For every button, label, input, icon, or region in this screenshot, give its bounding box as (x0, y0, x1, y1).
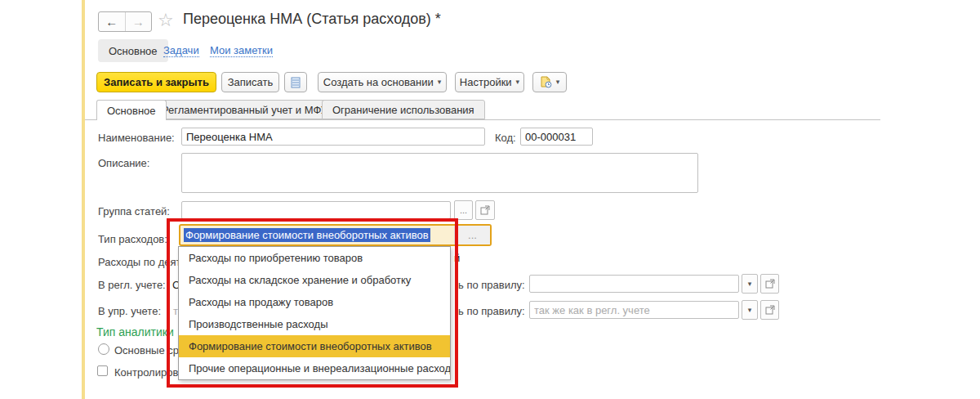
tab-main[interactable]: Основное (96, 100, 167, 120)
code-input[interactable] (520, 128, 593, 146)
link-my-notes[interactable]: Мои заметки (210, 44, 273, 57)
chevron-down-icon: ▾ (516, 78, 520, 86)
open-link-icon (765, 279, 775, 289)
save-button[interactable]: Записать (221, 72, 279, 92)
nav-pill-main[interactable]: Основное (98, 39, 168, 62)
rule-2-open-button[interactable] (760, 300, 779, 320)
forward-button[interactable]: → (126, 12, 152, 31)
chevron-down-icon: ▾ (748, 280, 752, 288)
file-clock-icon (540, 76, 552, 88)
group-input[interactable] (181, 201, 451, 219)
history-nav-group: ← → (98, 11, 152, 32)
control-checkbox[interactable] (97, 365, 108, 376)
description-textarea[interactable] (181, 153, 698, 193)
name-input[interactable] (181, 128, 485, 146)
rule-label-2: ь по правилу: (458, 305, 525, 317)
rule-label-1: ь по правилу: (458, 279, 525, 291)
dropdown-item[interactable]: Прочие операционные и внереализационные … (179, 357, 450, 379)
open-link-icon (480, 205, 490, 215)
list-structure-icon (291, 77, 301, 88)
expense-type-combobox[interactable]: Формирование стоимости внеоборотных акти… (179, 224, 492, 246)
tab-usage-restriction[interactable]: Ограничение использования (322, 100, 485, 119)
expense-type-dropdown-list: Расходы по приобретению товаровРасходы н… (178, 246, 451, 380)
create-based-on-label: Создать на основании (323, 76, 434, 88)
link-tasks[interactable]: Задачи (163, 44, 199, 57)
analytics-type-title: Тип аналитики (96, 325, 174, 338)
back-button[interactable]: ← (99, 12, 126, 31)
create-based-on-button[interactable]: Создать на основании ▾ (318, 72, 447, 92)
chevron-down-icon: ▾ (438, 78, 442, 86)
group-label: Группа статей: (98, 205, 170, 217)
chevron-down-icon: ▾ (556, 78, 560, 86)
app-window: ← → ☆ Переоценка НМА (Статья расходов) *… (0, 0, 980, 399)
structure-button[interactable] (284, 72, 307, 92)
dropdown-item[interactable]: Производственные расходы (179, 313, 450, 335)
dropdown-item[interactable]: Расходы по приобретению товаров (179, 247, 450, 269)
expense-type-ellipsis-button[interactable]: ... (454, 226, 490, 244)
description-label: Описание: (98, 157, 149, 169)
control-checkbox-label: Контролирова (114, 366, 184, 379)
change-history-button[interactable]: ▾ (532, 72, 567, 92)
dropdown-item[interactable]: Расходы на продажу товаров (179, 291, 450, 313)
group-open-button[interactable] (475, 200, 495, 220)
save-close-button[interactable]: Записать и закрыть (96, 72, 216, 92)
activity-expenses-label: Расходы по деят (98, 256, 181, 268)
settings-label: Настройки (460, 76, 512, 88)
expense-type-value: Формирование стоимости внеоборотных акти… (180, 226, 454, 244)
chevron-down-icon: ▾ (748, 307, 752, 314)
tabstrip-divider (85, 119, 880, 120)
fixed-assets-radio[interactable] (98, 343, 109, 355)
rule-input-2[interactable] (529, 301, 739, 319)
open-link-icon (765, 305, 775, 315)
group-ellipsis-button[interactable]: ... (454, 200, 473, 220)
page-title: Переоценка НМА (Статья расходов) * (183, 11, 441, 28)
rule-1-open-button[interactable] (760, 274, 779, 294)
name-label: Наименование: (98, 132, 175, 144)
rule-input-1[interactable] (529, 275, 739, 293)
rule-2-dropdown-button[interactable]: ▾ (742, 300, 758, 320)
dropdown-item[interactable]: Расходы на складское хранение и обработк… (179, 269, 450, 291)
fixed-assets-radio-label: Основные ср (114, 344, 179, 356)
left-edge-stripe (82, 0, 85, 399)
rule-1-dropdown-button[interactable]: ▾ (742, 274, 758, 294)
tab-regulated-accounting[interactable]: Регламентированный учет и МФУ (151, 100, 338, 119)
code-label: Код: (495, 132, 516, 144)
regulated-accounting-label: В регл. учете: (98, 279, 166, 291)
settings-button[interactable]: Настройки ▾ (455, 72, 524, 92)
dropdown-item[interactable]: Формирование стоимости внеоборотных акти… (179, 335, 450, 357)
management-accounting-label: В упр. учете: (98, 305, 161, 317)
favorite-star-icon[interactable]: ☆ (158, 10, 174, 31)
expense-type-label: Тип расходов: (98, 233, 167, 245)
activity-value-fragment: й (454, 252, 460, 264)
